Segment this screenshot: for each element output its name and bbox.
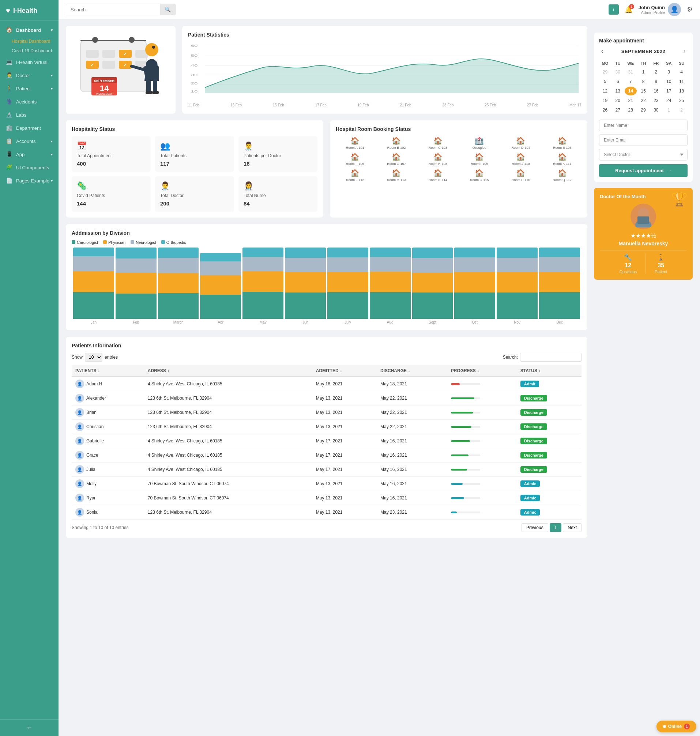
progress-bar (451, 440, 480, 442)
calendar-day[interactable]: 8 (637, 77, 650, 86)
calendar-day[interactable]: 22 (637, 96, 650, 105)
calendar-day[interactable]: 20 (612, 96, 624, 105)
app-icon: 📱 (6, 151, 13, 157)
calendar-day[interactable]: 23 (650, 96, 662, 105)
room-icon: 🏠 (350, 169, 359, 177)
status-cell: Discharge (517, 391, 581, 405)
calendar-day[interactable]: 25 (675, 96, 688, 105)
patient-avatar: 👤 (75, 394, 84, 403)
room-item: 🏠Room N-114 (419, 169, 457, 182)
doctor-select[interactable]: Select Doctor (599, 149, 688, 160)
sidebar-item-labs[interactable]: 🔬 Labs (0, 108, 59, 121)
name-input[interactable] (599, 120, 688, 131)
doctor-avatar (631, 204, 656, 229)
bar-stack (327, 248, 368, 319)
search-button[interactable]: 🔍 (160, 4, 175, 15)
bar-segment (158, 258, 199, 273)
calendar-day[interactable]: 6 (612, 77, 624, 86)
patient-name-text: Grace (86, 452, 99, 458)
calendar-day[interactable]: 10 (663, 77, 675, 86)
next-month-button[interactable]: › (681, 47, 688, 55)
patient-name-cell: 👤Julia (75, 465, 140, 474)
bar-segment (200, 253, 241, 262)
calendar-day[interactable]: 30 (650, 106, 662, 115)
calendar-day[interactable]: 16 (650, 87, 662, 95)
svg-text:10: 10 (191, 89, 198, 93)
calendar-day[interactable]: 30 (612, 68, 624, 76)
sidebar-item-ihealth-virtual[interactable]: 💻 I-Health Virtual (0, 56, 59, 69)
sidebar-item-hospital-dashboard[interactable]: Hospital Dashboard (12, 37, 59, 46)
room-icon: 🏠 (433, 137, 443, 145)
calendar-day[interactable]: 4 (675, 68, 688, 76)
sidebar-item-ui-components[interactable]: 🧩 UI Components (0, 161, 59, 174)
calendar-day[interactable]: 9 (650, 77, 662, 86)
calendar-day[interactable]: 5 (599, 77, 611, 86)
bar-segment (158, 293, 199, 319)
user-name: John Quinn (638, 5, 665, 10)
table-search-input[interactable] (520, 353, 581, 361)
calendar-day[interactable]: 2 (675, 106, 688, 115)
room-icon: 🏠 (350, 153, 359, 161)
calendar-day[interactable]: 18 (675, 87, 688, 95)
sidebar-item-accounts[interactable]: 📋 Accounts ▾ (0, 135, 59, 148)
sidebar-item-covid-dashboard[interactable]: Covid-19 Dashboard (12, 46, 59, 56)
request-appointment-button[interactable]: Request appointment → (599, 164, 688, 177)
calendar-day[interactable]: 11 (675, 77, 688, 86)
svg-text:✓: ✓ (123, 63, 127, 68)
bar-label: Oct (472, 320, 478, 324)
calendar-day[interactable]: 12 (599, 87, 611, 95)
page-1-button[interactable]: 1 (550, 523, 562, 532)
info-icon[interactable]: i (609, 4, 619, 15)
calendar-day[interactable]: 17 (663, 87, 675, 95)
calendar-day[interactable]: 13 (612, 87, 624, 95)
bar-segment (497, 292, 538, 319)
settings-button[interactable]: ⚙ (687, 6, 693, 13)
calendar-day[interactable]: 14 (625, 87, 637, 95)
bar-segment (370, 257, 411, 272)
calendar-day[interactable]: 28 (625, 106, 637, 115)
calendar-day[interactable]: 1 (637, 68, 650, 76)
calendar-day[interactable]: 27 (612, 106, 624, 115)
status-cell: Discharge (517, 420, 581, 434)
search-input[interactable] (66, 4, 160, 15)
doctor-stars: ★★★★½ (600, 232, 687, 239)
calendar-day[interactable]: 29 (599, 68, 611, 76)
calendar-day[interactable]: 31 (625, 68, 637, 76)
entries-select[interactable]: 10 25 50 (85, 353, 102, 361)
email-input[interactable] (599, 134, 688, 146)
sidebar-collapse-btn[interactable]: ← (26, 724, 32, 732)
room-icon: 🏠 (475, 169, 484, 177)
calendar-day[interactable]: 7 (625, 77, 637, 86)
calendar-day[interactable]: 1 (663, 106, 675, 115)
calendar-day[interactable]: 3 (663, 68, 675, 76)
sidebar-item-dashboard[interactable]: 🏠 Dashboard ▾ (0, 24, 59, 37)
next-page-button[interactable]: Next (563, 523, 581, 532)
prev-month-button[interactable]: ‹ (599, 47, 605, 55)
sidebar-item-accidents[interactable]: ⚕️ Accidents (0, 95, 59, 108)
notification-icon[interactable]: 🔔 1 (625, 6, 633, 13)
calendar-day[interactable]: 26 (599, 106, 611, 115)
calendar-day[interactable]: 21 (625, 96, 637, 105)
chevron-icon: ▾ (51, 73, 53, 78)
table-row: 👤Grace4 Shirley Ave. West Chicago, IL 60… (72, 448, 581, 463)
covid-label: Covid Patients (77, 193, 146, 198)
calendar-day[interactable]: 24 (663, 96, 675, 105)
sidebar-item-pages-example[interactable]: 📄 Pages Example ▾ (0, 174, 59, 187)
calendar-dow: WE (625, 60, 637, 67)
room-label: Room M-113 (387, 178, 406, 182)
sidebar-item-doctor[interactable]: 👨‍⚕️ Doctor ▾ (0, 69, 59, 82)
calendar-day[interactable]: 15 (637, 87, 650, 95)
progress-fill (451, 412, 473, 414)
calendar-day[interactable]: 29 (637, 106, 650, 115)
table-controls: Show 10 25 50 entries Search: (72, 353, 581, 361)
address-cell: 70 Bowman St. South Windsor, CT 06074 (144, 491, 312, 505)
total-doctor-value: 200 (160, 200, 229, 207)
sidebar-item-department[interactable]: 🏢 Department (0, 121, 59, 135)
calendar-day[interactable]: 2 (650, 68, 662, 76)
status-badge: Discharge (521, 395, 547, 401)
sidebar-item-app[interactable]: 📱 App ▾ (0, 148, 59, 161)
prev-page-button[interactable]: Previous (522, 523, 548, 532)
calendar-day[interactable]: 19 (599, 96, 611, 105)
sidebar-item-patient[interactable]: 🚶 Patient ▾ (0, 82, 59, 95)
table-row: 👤Brian123 6th St. Melbourne, FL 32904May… (72, 405, 581, 420)
